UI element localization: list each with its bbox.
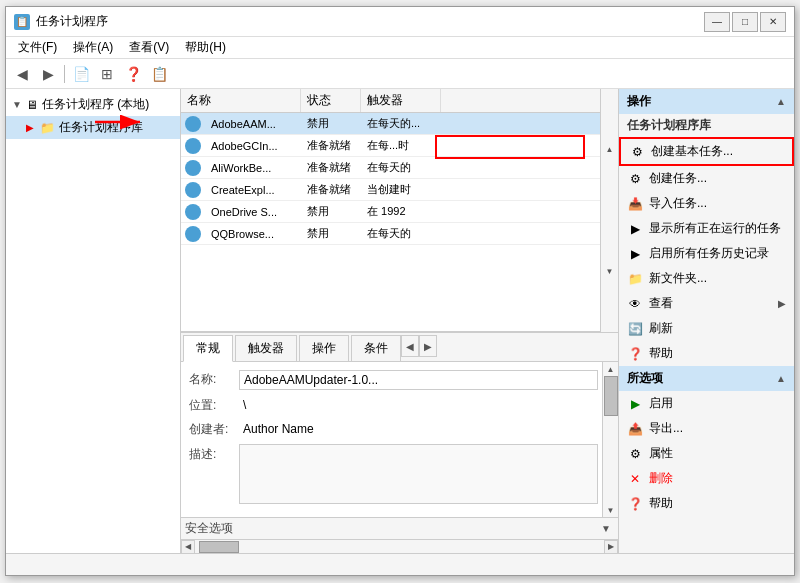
table-row[interactable]: AliWorkBe... 准备就绪 在每天的 [181, 157, 600, 179]
scroll-down-button[interactable]: ▼ [601, 211, 618, 333]
h-scroll-thumb[interactable] [199, 541, 239, 553]
export-icon: 📤 [627, 421, 643, 437]
table-row[interactable]: CreateExpl... 准备就绪 当创建时 [181, 179, 600, 201]
header-trigger[interactable]: 触发器 [361, 89, 441, 112]
right-action-new-folder[interactable]: 📁 新文件夹... [619, 266, 794, 291]
help-button[interactable]: ❓ [121, 63, 145, 85]
right-top-section-header[interactable]: 操作 ▲ [619, 89, 794, 114]
tab-actions[interactable]: 操作 [299, 335, 349, 361]
task-icon-0 [185, 116, 201, 132]
task-status-1: 准备就绪 [301, 136, 361, 155]
right-action-enable-history-label: 启用所有任务历史记录 [649, 245, 769, 262]
right-action-properties-label: 属性 [649, 445, 673, 462]
task-list: 名称 状态 触发器 AdobeAAM... 禁用 在每天的... [181, 89, 600, 332]
right-action-help-bottom[interactable]: ❓ 帮助 [619, 491, 794, 516]
detail-name-field: 名称: AdobeAAMUpdater-1.0... [189, 370, 598, 390]
tabs-right-arrow[interactable]: ▶ [419, 335, 437, 357]
task-icon-3 [185, 182, 201, 198]
right-action-create[interactable]: ⚙ 创建任务... [619, 166, 794, 191]
right-action-enable[interactable]: ▶ 启用 [619, 391, 794, 416]
task-icon-4 [185, 204, 201, 220]
create-icon: ⚙ [627, 171, 643, 187]
right-bottom-section-header[interactable]: 所选项 ▲ [619, 366, 794, 391]
enable-history-icon: ▶ [627, 246, 643, 262]
right-action-show-running[interactable]: ▶ 显示所有正在运行的任务 [619, 216, 794, 241]
table-row[interactable]: QQBrowse... 禁用 在每天的 [181, 223, 600, 245]
task-name-0: AdobeAAM... [205, 116, 297, 132]
table-row[interactable]: AdobeGCIn... 准备就绪 在每...时 [181, 135, 600, 157]
right-action-export[interactable]: 📤 导出... [619, 416, 794, 441]
tree-root[interactable]: ▼ 🖥 任务计划程序 (本地) [6, 93, 180, 116]
menu-view[interactable]: 查看(V) [121, 37, 177, 58]
properties-button[interactable]: ⊞ [95, 63, 119, 85]
detail-description-textarea[interactable] [239, 444, 598, 504]
enable-icon: ▶ [627, 396, 643, 412]
maximize-button[interactable]: □ [732, 12, 758, 32]
right-panel: 操作 ▲ 任务计划程序库 ⚙ 创建基本任务... ⚙ 创建任务... 📥 导入任… [619, 89, 794, 553]
back-button[interactable]: ◀ [10, 63, 34, 85]
tabs-left-arrow[interactable]: ◀ [401, 335, 419, 357]
menu-action[interactable]: 操作(A) [65, 37, 121, 58]
window-icon: 📋 [14, 14, 30, 30]
window-controls: — □ ✕ [704, 12, 786, 32]
right-action-enable-history[interactable]: ▶ 启用所有任务历史记录 [619, 241, 794, 266]
right-action-create-label: 创建任务... [649, 170, 707, 187]
forward-button[interactable]: ▶ [36, 63, 60, 85]
task-list-header: 名称 状态 触发器 [181, 89, 600, 113]
detail-scroll-down[interactable]: ▼ [603, 503, 618, 517]
detail-panel: 常规 触发器 操作 条件 ◀ ▶ 名称: AdobeAAMUpdater-1.0… [181, 333, 618, 553]
right-action-properties[interactable]: ⚙ 属性 [619, 441, 794, 466]
close-button[interactable]: ✕ [760, 12, 786, 32]
task-trigger-0: 在每天的... [361, 114, 441, 133]
task-name-2: AliWorkBe... [205, 160, 297, 176]
detail-name-value: AdobeAAMUpdater-1.0... [239, 370, 598, 390]
scroll-up-button[interactable]: ▲ [601, 89, 618, 211]
refresh-icon: 🔄 [627, 321, 643, 337]
menu-bar: 文件(F) 操作(A) 查看(V) 帮助(H) [6, 37, 794, 59]
view-submenu-arrow: ▶ [778, 298, 786, 309]
detail-scrollbar[interactable]: ▲ ▼ [602, 362, 618, 517]
tree-library[interactable]: ▶ 📁 任务计划程序库 [6, 116, 180, 139]
tree-library-label: 任务计划程序库 [59, 119, 143, 136]
right-action-create-basic[interactable]: ⚙ 创建基本任务... [619, 137, 794, 166]
h-scroll-left[interactable]: ◀ [181, 540, 195, 554]
separator-1 [64, 65, 65, 83]
header-name[interactable]: 名称 [181, 89, 301, 112]
task-name-3: CreateExpl... [205, 182, 297, 198]
header-status[interactable]: 状态 [301, 89, 361, 112]
main-window: 📋 任务计划程序 — □ ✕ 文件(F) 操作(A) 查看(V) 帮助(H) ◀… [5, 6, 795, 576]
right-action-delete-label: 删除 [649, 470, 673, 487]
right-bottom-section-title: 所选项 [627, 370, 663, 387]
h-scrollbar: ◀ ▶ [181, 539, 618, 553]
menu-file[interactable]: 文件(F) [10, 37, 65, 58]
table-row[interactable]: OneDrive S... 禁用 在 1992 [181, 201, 600, 223]
tab-conditions[interactable]: 条件 [351, 335, 401, 361]
task-trigger-3: 当创建时 [361, 180, 441, 199]
right-action-new-folder-label: 新文件夹... [649, 270, 707, 287]
title-bar: 📋 任务计划程序 — □ ✕ [6, 7, 794, 37]
detail-content: 名称: AdobeAAMUpdater-1.0... 位置: \ 创建者: Au… [181, 362, 618, 517]
detail-bottom-bar: 安全选项 ▼ [181, 517, 618, 539]
run-button[interactable]: 📋 [147, 63, 171, 85]
task-list-wrapper: 名称 状态 触发器 AdobeAAM... 禁用 在每天的... [181, 89, 618, 333]
tab-general[interactable]: 常规 [183, 335, 233, 362]
detail-scroll-up[interactable]: ▲ [603, 362, 618, 376]
new-task-button[interactable]: 📄 [69, 63, 93, 85]
right-action-help-top[interactable]: ❓ 帮助 [619, 341, 794, 366]
help-bottom-icon: ❓ [627, 496, 643, 512]
task-trigger-2: 在每天的 [361, 158, 441, 177]
right-action-delete[interactable]: ✕ 删除 [619, 466, 794, 491]
tab-triggers[interactable]: 触发器 [235, 335, 297, 361]
right-action-view[interactable]: 👁 查看 ▶ [619, 291, 794, 316]
h-scroll-right[interactable]: ▶ [604, 540, 618, 554]
task-trigger-5: 在每天的 [361, 224, 441, 243]
minimize-button[interactable]: — [704, 12, 730, 32]
right-action-import[interactable]: 📥 导入任务... [619, 191, 794, 216]
security-dropdown-button[interactable]: ▼ [598, 523, 614, 534]
task-name-1: AdobeGCIn... [205, 138, 297, 154]
task-icon-2 [185, 160, 201, 176]
menu-help[interactable]: 帮助(H) [177, 37, 234, 58]
detail-scroll-thumb[interactable] [604, 376, 618, 416]
table-row[interactable]: AdobeAAM... 禁用 在每天的... [181, 113, 600, 135]
right-action-refresh[interactable]: 🔄 刷新 [619, 316, 794, 341]
